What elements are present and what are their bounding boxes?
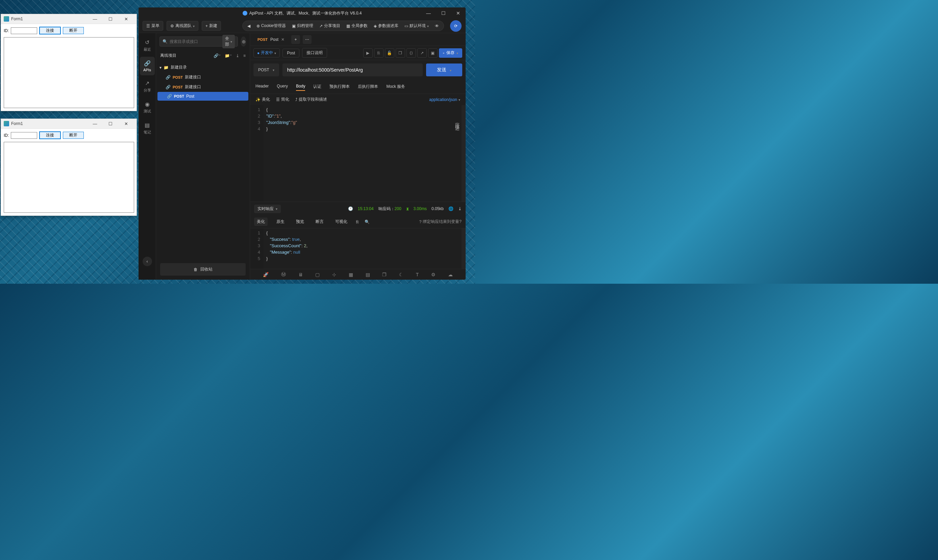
footer-monitor-icon[interactable]: 🖥: [298, 272, 303, 277]
rail-collapse-button[interactable]: ‹: [143, 257, 152, 266]
disconnect-button[interactable]: 断开: [63, 132, 84, 139]
footer-cloud-icon[interactable]: ☁: [448, 272, 453, 277]
log-textarea[interactable]: [4, 142, 134, 213]
new-link-icon[interactable]: 🔗⁺: [214, 53, 221, 58]
search-input[interactable]: [169, 39, 220, 44]
rail-test[interactable]: ◉测试: [140, 98, 155, 117]
download-icon[interactable]: ⤓: [458, 206, 462, 211]
export-icon[interactable]: ↗: [417, 48, 427, 58]
resp-tab-beautify[interactable]: 美化: [254, 217, 268, 226]
tab-mock[interactable]: Mock 服务: [386, 82, 405, 91]
tree-request[interactable]: 🔗 POST 新建接口: [156, 72, 250, 82]
footer-rocket-icon[interactable]: 🚀: [263, 272, 269, 277]
copy-response-icon[interactable]: ⎘: [356, 220, 359, 224]
save-button[interactable]: ▫保存: [439, 48, 462, 58]
close-button[interactable]: ✕: [451, 8, 466, 19]
simplify-button[interactable]: ☰简化: [276, 97, 289, 102]
footer-settings-icon[interactable]: ⚙: [431, 272, 436, 277]
tab-post[interactable]: POST Post ✕: [253, 34, 288, 45]
log-textarea[interactable]: [4, 37, 134, 108]
minimize-button[interactable]: —: [87, 14, 103, 24]
tree-request[interactable]: 🔗 POST 新建接口: [156, 82, 250, 92]
team-button[interactable]: ⚙离线团队: [166, 21, 198, 31]
menu-button[interactable]: ☰菜单: [143, 21, 163, 31]
request-name[interactable]: Post: [282, 49, 299, 57]
cookie-button[interactable]: ⊕Cookie管理器: [254, 22, 288, 30]
footer-layers-icon[interactable]: ▤: [366, 272, 370, 277]
maximize-button[interactable]: ☐: [436, 8, 451, 19]
disconnect-button[interactable]: 断开: [63, 27, 84, 34]
sync-button[interactable]: ⟳: [450, 20, 462, 32]
nav-back-button[interactable]: ◀: [245, 22, 253, 30]
rail-recent[interactable]: ↺最近: [140, 36, 155, 55]
extract-button[interactable]: ⤴提取字段和描述: [295, 97, 327, 102]
param-desc-button[interactable]: ◈参数描述库: [371, 22, 401, 30]
footer-moon-icon[interactable]: ☾: [399, 272, 404, 277]
response-mode[interactable]: 实时响应: [254, 205, 281, 213]
tree-folder[interactable]: ▾ 📁 新建目录: [156, 63, 250, 72]
footer-copy-icon[interactable]: ❐: [382, 272, 387, 277]
maximize-button[interactable]: ☐: [103, 119, 118, 129]
duplicate-icon[interactable]: ❐: [396, 48, 405, 58]
id-input[interactable]: [11, 27, 37, 34]
response-editor[interactable]: 12345 { "Success": true, "SuccessCount":…: [250, 228, 466, 269]
footer-grid-icon[interactable]: ▦: [349, 272, 353, 277]
rail-share[interactable]: ↗分享: [140, 77, 155, 96]
titlebar[interactable]: ApiPost - API 文档、调试、Mock、测试一体化协作平台 V6.0.…: [139, 8, 466, 19]
tab-postscript[interactable]: 后执行脚本: [358, 82, 378, 91]
titlebar[interactable]: Form1 — ☐ ✕: [1, 14, 137, 24]
rail-notes[interactable]: ▤笔记: [140, 118, 155, 138]
search-box[interactable]: 🔍 全部: [160, 37, 238, 47]
connect-button[interactable]: 连接: [39, 131, 61, 139]
footer-window-icon[interactable]: ▢: [315, 272, 320, 277]
env-select[interactable]: ▭默认环境: [402, 22, 431, 30]
footer-m-icon[interactable]: Ⓜ: [281, 272, 286, 278]
api-desc-button[interactable]: 接口说明: [302, 48, 327, 58]
eye-icon[interactable]: 👁: [432, 22, 442, 30]
maximize-button[interactable]: ☐: [103, 14, 118, 24]
tree-request-active[interactable]: 🔗 POST Post: [157, 92, 248, 101]
body-editor[interactable]: 1234 { "ID":"1", "JsonString":"g" } 字段描述: [250, 105, 466, 202]
tab-query[interactable]: Query: [277, 82, 288, 91]
archive-button[interactable]: ▣归档管理: [289, 22, 316, 30]
tab-more-button[interactable]: ⋯: [303, 35, 311, 44]
footer-text-icon[interactable]: T: [416, 272, 419, 277]
search-filter[interactable]: 全部: [222, 35, 235, 48]
minimize-button[interactable]: —: [87, 119, 103, 129]
minimap[interactable]: [462, 105, 466, 202]
tab-header[interactable]: Header: [256, 82, 269, 91]
window-icon[interactable]: ▣: [428, 48, 437, 58]
close-button[interactable]: ✕: [118, 14, 134, 24]
send-button[interactable]: 发送: [426, 63, 462, 76]
new-button[interactable]: +新建: [202, 21, 221, 31]
recycle-button[interactable]: 🗑 回收站: [160, 263, 246, 275]
resp-tab-preview[interactable]: 预览: [293, 217, 307, 226]
connect-button[interactable]: 连接: [39, 27, 61, 34]
field-desc-label[interactable]: 字段描述: [454, 118, 460, 124]
share-project-button[interactable]: ↗分享项目: [317, 22, 343, 30]
locate-button[interactable]: ◎: [240, 37, 246, 47]
copy-icon[interactable]: ⎘: [374, 48, 384, 58]
tab-close-icon[interactable]: ✕: [281, 37, 285, 42]
content-type-select[interactable]: application/json: [429, 97, 460, 102]
rail-apis[interactable]: 🔗APIs: [140, 57, 155, 75]
run-button[interactable]: ▶: [363, 48, 373, 58]
url-input[interactable]: [282, 63, 423, 76]
footer-split-icon[interactable]: ⊹: [332, 272, 336, 277]
globe-icon[interactable]: 🌐: [448, 206, 453, 211]
search-response-icon[interactable]: 🔍: [365, 220, 370, 224]
resp-tab-visual[interactable]: 可视化: [333, 217, 350, 226]
bind-variable-button[interactable]: ?绑定响应结果到变量?: [419, 219, 462, 225]
sort-icon[interactable]: ≡: [243, 53, 246, 58]
minimize-button[interactable]: —: [421, 8, 436, 19]
code-icon[interactable]: ⟨⟩: [407, 48, 416, 58]
new-folder-icon[interactable]: 📁⁺: [225, 53, 232, 58]
resp-tab-raw[interactable]: 原生: [274, 217, 287, 226]
tab-body[interactable]: Body: [296, 82, 305, 91]
tab-auth[interactable]: 认证: [313, 82, 321, 91]
dev-status[interactable]: ●开发中: [253, 48, 280, 57]
close-button[interactable]: ✕: [118, 119, 134, 129]
resp-tab-assert[interactable]: 断言: [313, 217, 327, 226]
tab-prescript[interactable]: 预执行脚本: [330, 82, 350, 91]
titlebar[interactable]: Form1 — ☐ ✕: [1, 119, 137, 129]
